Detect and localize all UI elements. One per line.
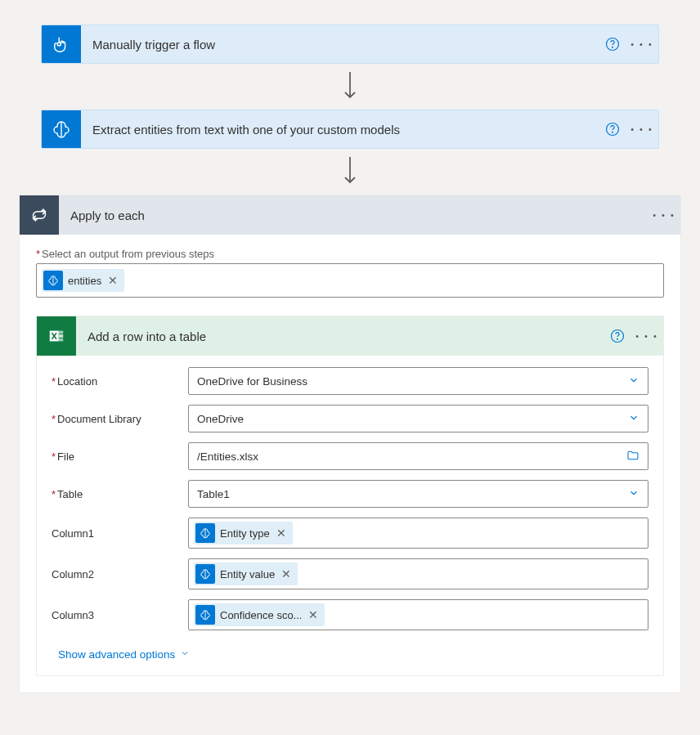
more-menu-icon[interactable] bbox=[626, 124, 658, 134]
help-icon[interactable] bbox=[604, 329, 630, 343]
excel-title: Add a row into a table bbox=[76, 329, 604, 343]
library-dropdown[interactable]: OneDrive bbox=[188, 405, 648, 432]
apply-to-each-card: Apply to each *Select an output from pre… bbox=[19, 195, 681, 693]
extract-card[interactable]: Extract entities from text with one of y… bbox=[41, 110, 659, 149]
token-label: entities bbox=[68, 275, 101, 287]
location-label: *Location bbox=[52, 375, 178, 388]
trigger-icon bbox=[42, 25, 81, 64]
chevron-down-icon bbox=[628, 487, 639, 501]
col2-label: Column2 bbox=[52, 568, 178, 580]
svg-rect-6 bbox=[59, 331, 64, 334]
more-menu-icon[interactable] bbox=[626, 39, 658, 49]
remove-token-icon[interactable]: ✕ bbox=[106, 274, 119, 287]
file-picker[interactable]: /Entities.xlsx bbox=[188, 442, 648, 470]
col3-input[interactable]: Confidence sco... ✕ bbox=[188, 599, 648, 630]
token-confidence-score[interactable]: Confidence sco... ✕ bbox=[194, 603, 325, 626]
ai-token-icon bbox=[195, 564, 215, 584]
more-menu-icon[interactable] bbox=[630, 331, 663, 341]
connector-arrow bbox=[19, 64, 681, 110]
token-entity-type[interactable]: Entity type ✕ bbox=[194, 522, 293, 545]
ai-token-icon bbox=[43, 271, 63, 290]
chevron-down-icon bbox=[628, 374, 639, 388]
token-entity-value[interactable]: Entity value ✕ bbox=[194, 562, 298, 585]
library-label: *Document Library bbox=[52, 413, 178, 425]
help-icon[interactable] bbox=[599, 37, 626, 52]
svg-point-2 bbox=[612, 47, 613, 47]
svg-point-4 bbox=[612, 132, 613, 132]
trigger-card[interactable]: Manually trigger a flow bbox=[41, 25, 659, 64]
col3-label: Column3 bbox=[52, 609, 178, 621]
connector-arrow bbox=[19, 149, 681, 195]
remove-token-icon[interactable]: ✕ bbox=[307, 608, 320, 621]
col2-input[interactable]: Entity value ✕ bbox=[188, 558, 648, 589]
col1-label: Column1 bbox=[52, 527, 178, 540]
svg-rect-8 bbox=[59, 338, 64, 342]
col1-input[interactable]: Entity type ✕ bbox=[188, 518, 648, 549]
help-icon[interactable] bbox=[599, 122, 626, 137]
ai-token-icon bbox=[195, 605, 215, 625]
file-label: *File bbox=[52, 450, 178, 463]
output-label: *Select an output from previous steps bbox=[36, 248, 664, 260]
ai-token-icon bbox=[195, 523, 215, 543]
excel-action-card: Add a row into a table *Location OneDriv… bbox=[36, 316, 664, 676]
svg-rect-7 bbox=[59, 334, 64, 338]
remove-token-icon[interactable]: ✕ bbox=[275, 527, 288, 540]
ai-icon bbox=[42, 110, 81, 149]
loop-icon bbox=[20, 195, 59, 235]
token-label: Entity type bbox=[220, 527, 270, 540]
excel-icon bbox=[37, 316, 76, 356]
location-dropdown[interactable]: OneDrive for Business bbox=[188, 367, 648, 395]
excel-header[interactable]: Add a row into a table bbox=[37, 316, 663, 356]
folder-icon[interactable] bbox=[626, 449, 639, 464]
remove-token-icon[interactable]: ✕ bbox=[280, 567, 293, 580]
extract-title: Extract entities from text with one of y… bbox=[81, 123, 599, 137]
chevron-down-icon bbox=[628, 412, 639, 426]
table-dropdown[interactable]: Table1 bbox=[188, 480, 648, 508]
more-menu-icon[interactable] bbox=[648, 210, 680, 220]
output-input[interactable]: entities ✕ bbox=[36, 263, 664, 298]
svg-point-10 bbox=[617, 338, 618, 339]
apply-title: Apply to each bbox=[59, 208, 648, 222]
trigger-title: Manually trigger a flow bbox=[81, 38, 599, 52]
table-label: *Table bbox=[52, 488, 178, 500]
chevron-down-icon bbox=[180, 648, 190, 661]
show-advanced-options-button[interactable]: Show advanced options bbox=[58, 648, 190, 661]
apply-header[interactable]: Apply to each bbox=[20, 195, 680, 235]
token-entities[interactable]: entities ✕ bbox=[42, 269, 124, 292]
token-label: Entity value bbox=[220, 568, 275, 580]
token-label: Confidence sco... bbox=[220, 609, 302, 621]
